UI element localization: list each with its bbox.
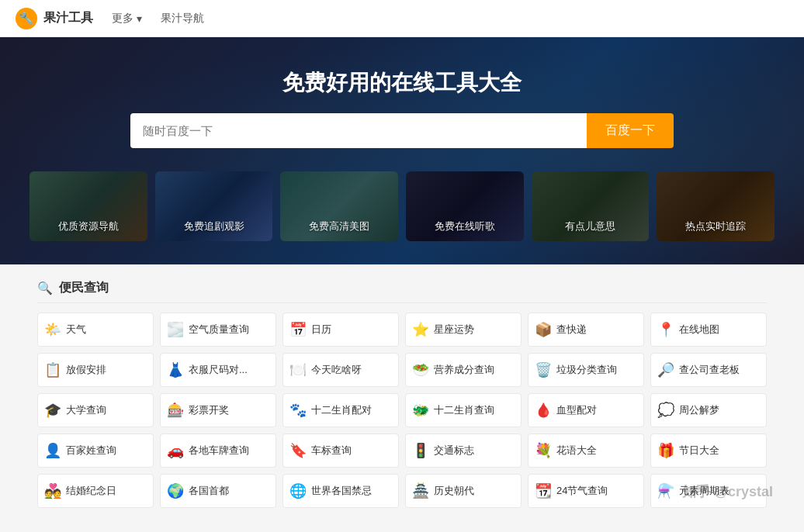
tool-icon: 🥗: [412, 361, 429, 378]
tool-icon: 👤: [44, 442, 61, 459]
tool-label: 查快递: [556, 323, 587, 337]
nav-more[interactable]: 更多 ▾: [112, 12, 142, 26]
tool-icon: 🍽️: [289, 361, 307, 378]
category-card-4[interactable]: 免费在线听歌: [406, 171, 524, 241]
tool-label: 花语大全: [556, 444, 597, 458]
tool-icon: 🗑️: [535, 361, 552, 378]
tool-icon: 🎓: [44, 402, 61, 419]
tool-label: 日历: [311, 323, 331, 337]
tool-item[interactable]: 🎰彩票开奖: [160, 393, 276, 427]
brand-name: 果汁工具: [43, 10, 93, 26]
tool-icon: 🔖: [289, 442, 307, 459]
main-content: 🔍 便民查询 🌤️天气🌫️空气质量查询📅日历⭐星座运势📦查快递📍在线地图📋放假安…: [29, 280, 775, 508]
tool-item[interactable]: 🍽️今天吃啥呀: [282, 353, 399, 387]
tool-label: 百家姓查询: [66, 444, 116, 458]
tool-icon: 💑: [44, 482, 61, 499]
tool-item[interactable]: 🌤️天气: [37, 313, 154, 347]
tool-item[interactable]: 📆24节气查询: [528, 474, 644, 508]
tool-icon: 🏯: [412, 482, 429, 499]
tool-item[interactable]: 📅日历: [282, 313, 399, 347]
section-icon: 🔍: [37, 281, 53, 295]
navbar: 🔧 果汁工具 更多 ▾ 果汁导航: [0, 0, 804, 37]
tool-item[interactable]: ⚗️元素周期表: [650, 474, 767, 508]
tool-label: 十二生肖配对: [311, 403, 372, 417]
search-bar: 百度一下: [130, 113, 674, 148]
category-card-3[interactable]: 免费高清美图: [280, 171, 398, 241]
tool-item[interactable]: 📦查快递: [528, 313, 644, 347]
tool-label: 营养成分查询: [434, 363, 494, 377]
tool-icon: 💭: [657, 402, 674, 419]
category-card-6[interactable]: 热点实时追踪: [657, 171, 775, 241]
tool-icon: 🎁: [657, 442, 674, 459]
tool-label: 元素周期表: [679, 484, 729, 498]
tool-icon: 👗: [167, 361, 184, 378]
chevron-down-icon: ▾: [137, 12, 142, 25]
tool-label: 24节气查询: [556, 484, 608, 498]
tool-item[interactable]: 🚦交通标志: [405, 434, 522, 468]
tool-icon: 🌫️: [167, 321, 184, 338]
tool-icon: 🐲: [412, 402, 429, 419]
tool-item[interactable]: 🐲十二生肖查询: [405, 393, 522, 427]
tool-label: 今天吃啥呀: [311, 363, 362, 377]
tool-label: 周公解梦: [679, 403, 719, 417]
tool-item[interactable]: 🏯历史朝代: [405, 474, 522, 508]
tool-item[interactable]: 🐾十二生肖配对: [282, 393, 399, 427]
tool-item[interactable]: 💭周公解梦: [650, 393, 767, 427]
tool-label: 交通标志: [434, 444, 474, 458]
tool-icon: 📋: [44, 361, 61, 378]
tool-icon: ⭐: [412, 321, 429, 338]
tool-icon: 📍: [657, 321, 674, 338]
tool-grid: 🌤️天气🌫️空气质量查询📅日历⭐星座运势📦查快递📍在线地图📋放假安排👗衣服尺码对…: [37, 313, 767, 508]
tool-label: 世界各国禁忌: [311, 484, 372, 498]
brand-icon: 🔧: [16, 8, 37, 29]
tool-icon: 🔎: [657, 361, 674, 378]
tool-icon: 📆: [535, 482, 552, 499]
tool-icon: 🚗: [167, 442, 184, 459]
tool-item[interactable]: 💐花语大全: [528, 434, 644, 468]
search-input[interactable]: [130, 113, 587, 148]
tool-item[interactable]: 🔎查公司查老板: [650, 353, 767, 387]
tool-item[interactable]: 🚗各地车牌查询: [160, 434, 276, 468]
tool-item[interactable]: 🎁节日大全: [650, 434, 767, 468]
tool-icon: 📅: [289, 321, 307, 338]
tool-item[interactable]: 📍在线地图: [650, 313, 767, 347]
tool-icon: 🌤️: [44, 321, 61, 338]
category-card-2[interactable]: 免费追剧观影: [155, 171, 273, 241]
tool-item[interactable]: 🥗营养成分查询: [405, 353, 522, 387]
tool-label: 各地车牌查询: [189, 444, 249, 458]
tool-icon: 🎰: [167, 402, 184, 419]
category-card-1[interactable]: 优质资源导航: [29, 171, 147, 241]
tool-item[interactable]: 🗑️垃圾分类查询: [528, 353, 644, 387]
tool-label: 各国首都: [189, 484, 229, 498]
tool-label: 放假安排: [66, 363, 106, 377]
nav-guide[interactable]: 果汁导航: [161, 12, 204, 26]
hero-title: 免费好用的在线工具大全: [16, 68, 788, 98]
tool-item[interactable]: 🌍各国首都: [160, 474, 276, 508]
tool-label: 在线地图: [679, 323, 719, 337]
tool-icon: 📦: [535, 321, 552, 338]
tool-item[interactable]: 🎓大学查询: [37, 393, 154, 427]
tool-label: 天气: [66, 323, 86, 337]
tool-label: 结婚纪念日: [66, 484, 116, 498]
tool-label: 衣服尺码对...: [189, 363, 248, 377]
hero-section: 免费好用的在线工具大全 百度一下 优质资源导航免费追剧观影免费高清美图免费在线听…: [0, 37, 804, 264]
tool-item[interactable]: 👗衣服尺码对...: [160, 353, 276, 387]
tool-item[interactable]: 🌫️空气质量查询: [160, 313, 276, 347]
tool-item[interactable]: 🩸血型配对: [528, 393, 644, 427]
category-card-5[interactable]: 有点儿意思: [532, 171, 650, 241]
tool-label: 星座运势: [434, 323, 474, 337]
tool-item[interactable]: 💑结婚纪念日: [37, 474, 154, 508]
tool-label: 空气质量查询: [189, 323, 249, 337]
search-button[interactable]: 百度一下: [587, 113, 674, 148]
category-row: 优质资源导航免费追剧观影免费高清美图免费在线听歌有点儿意思热点实时追踪: [29, 171, 775, 241]
tool-icon: 🌍: [167, 482, 184, 499]
tool-icon: 🐾: [289, 402, 307, 419]
tool-item[interactable]: 👤百家姓查询: [37, 434, 154, 468]
tool-item[interactable]: 🌐世界各国禁忌: [282, 474, 399, 508]
tool-item[interactable]: 🔖车标查询: [282, 434, 399, 468]
tool-item[interactable]: 📋放假安排: [37, 353, 154, 387]
tool-icon: 🚦: [412, 442, 429, 459]
tool-item[interactable]: ⭐星座运势: [405, 313, 522, 347]
brand[interactable]: 🔧 果汁工具: [16, 8, 93, 29]
tool-label: 大学查询: [66, 403, 106, 417]
